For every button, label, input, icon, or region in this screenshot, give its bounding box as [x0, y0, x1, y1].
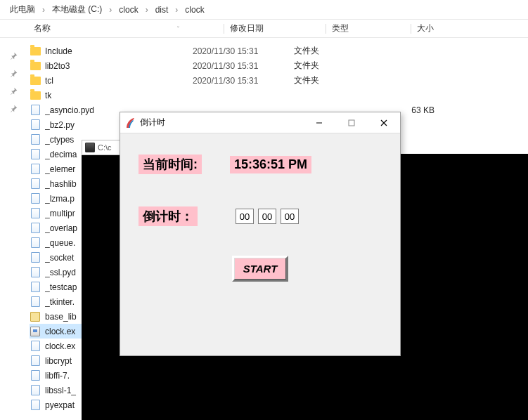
- breadcrumb-seg[interactable]: clock: [182, 4, 207, 16]
- pyd-icon: [30, 252, 41, 263]
- column-header-row: 名称 ˇ 修改日期 类型 大小: [0, 20, 528, 38]
- pyd-icon: [30, 223, 41, 234]
- column-header-size[interactable]: 大小: [411, 20, 482, 37]
- file-type: 文件夹: [294, 60, 378, 72]
- close-button[interactable]: [368, 112, 400, 133]
- breadcrumb-seg[interactable]: 本地磁盘 (C:): [49, 2, 105, 17]
- file-row[interactable]: tcl2020/11/30 15:31文件夹: [30, 73, 522, 88]
- pin-icon: [10, 70, 18, 77]
- pyd-icon: [30, 282, 41, 293]
- countdown-label: 倒计时：: [139, 206, 198, 226]
- countdown-minutes-input[interactable]: [258, 209, 276, 224]
- pyd-icon: [30, 400, 41, 411]
- window-title: 倒计时: [140, 117, 303, 129]
- column-header-date[interactable]: 修改日期: [224, 20, 326, 37]
- pyd-icon: [30, 119, 41, 131]
- column-header-name[interactable]: 名称 ˇ: [30, 20, 224, 37]
- chevron-right-icon: ›: [42, 5, 45, 15]
- pyd-icon: [30, 341, 41, 352]
- file-name: lib2to3: [45, 61, 193, 71]
- chevron-right-icon: ›: [175, 5, 178, 15]
- file-name: tcl: [45, 76, 193, 86]
- console-icon: [85, 143, 95, 152]
- pyd-icon: [30, 134, 41, 145]
- box-icon: [30, 311, 41, 322]
- breadcrumb-seg[interactable]: clock: [116, 4, 141, 16]
- folder-icon: [30, 46, 41, 57]
- current-time-value: 15:36:51 PM: [230, 156, 311, 173]
- column-header-label: 名称: [34, 22, 51, 34]
- breadcrumb-seg[interactable]: 此电脑: [7, 2, 38, 17]
- pyd-icon: [30, 105, 41, 116]
- chevron-right-icon: ›: [109, 5, 112, 15]
- console-title: C:\c: [98, 143, 112, 152]
- console-titlebar[interactable]: C:\c: [82, 140, 125, 155]
- folder-icon: [30, 75, 41, 86]
- pyd-icon: [30, 164, 41, 175]
- countdown-window[interactable]: 倒计时 当前时间: 15:36:51 PM 倒计时： START: [120, 112, 401, 356]
- tk-feather-icon: [124, 117, 136, 129]
- file-date: 2020/11/30 15:31: [193, 46, 294, 56]
- pyd-icon: [30, 267, 41, 278]
- titlebar[interactable]: 倒计时: [120, 112, 400, 133]
- file-row[interactable]: Include2020/11/30 15:31文件夹: [30, 44, 522, 58]
- column-header-label: 类型: [332, 22, 349, 34]
- maximize-button[interactable]: [335, 112, 368, 133]
- pyd-icon: [30, 208, 41, 219]
- column-header-label: 大小: [417, 22, 434, 34]
- file-row[interactable]: tk: [30, 88, 522, 103]
- folder-icon: [30, 60, 41, 72]
- pyd-icon: [30, 149, 41, 160]
- pin-icon: [10, 105, 18, 112]
- file-type: 文件夹: [294, 74, 378, 86]
- pyd-icon: [30, 370, 41, 381]
- file-name: tk: [45, 91, 193, 100]
- countdown-hours-input[interactable]: [236, 209, 254, 224]
- countdown-seconds-input[interactable]: [281, 209, 299, 224]
- file-row[interactable]: lib2to32020/11/30 15:31文件夹: [30, 58, 522, 73]
- pin-icon: [10, 52, 18, 60]
- file-date: 2020/11/30 15:31: [193, 76, 294, 86]
- pyd-icon: [30, 296, 41, 308]
- svg-rect-0: [349, 120, 354, 126]
- file-type: 文件夹: [294, 45, 378, 57]
- current-time-label: 当前时间:: [139, 155, 202, 174]
- pyd-icon: [30, 385, 41, 396]
- column-header-label: 修改日期: [230, 22, 264, 34]
- folder-icon: [30, 90, 41, 101]
- breadcrumb-seg[interactable]: dist: [153, 4, 172, 16]
- exe-icon: [30, 326, 41, 337]
- file-date: 2020/11/30 15:31: [193, 61, 294, 71]
- file-name: Include: [45, 46, 193, 56]
- pyd-icon: [30, 193, 41, 204]
- start-button[interactable]: START: [235, 258, 286, 279]
- breadcrumb[interactable]: 此电脑› 本地磁盘 (C:)› clock› dist› clock: [0, 0, 528, 20]
- pyd-icon: [30, 237, 41, 249]
- chevron-right-icon: ›: [146, 5, 148, 15]
- column-header-type[interactable]: 类型: [326, 20, 411, 37]
- pyd-icon: [30, 178, 41, 190]
- pyd-icon: [30, 355, 41, 367]
- minimize-button[interactable]: [303, 112, 335, 133]
- quick-access-pins: [10, 52, 18, 112]
- pin-icon: [10, 87, 18, 95]
- sort-indicator-icon: ˇ: [177, 25, 179, 32]
